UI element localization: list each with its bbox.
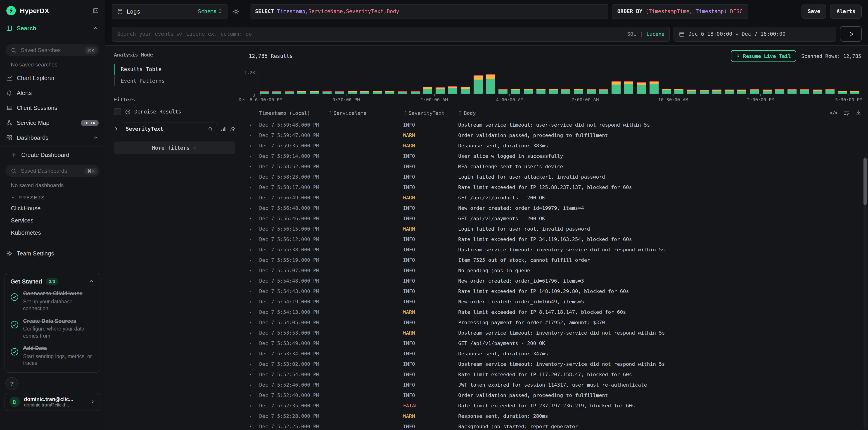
table-row[interactable]: ›Dec 7 5:54:13.000 PMWARNRate limit exce… bbox=[249, 307, 868, 318]
histogram-bar[interactable] bbox=[662, 89, 671, 94]
histogram-bar[interactable] bbox=[675, 89, 684, 94]
collapse-sidebar-icon[interactable] bbox=[93, 7, 99, 13]
table-row[interactable]: ›Dec 7 5:59:35.000 PMWARNResponse sent, … bbox=[249, 141, 868, 151]
row-expand-chevron[interactable]: › bbox=[249, 299, 255, 305]
table-row[interactable]: ›Dec 7 5:55:38.000 PMINFOUpstream servic… bbox=[249, 244, 868, 255]
table-row[interactable]: ›Dec 7 5:54:05.000 PMINFOProcessing paym… bbox=[249, 318, 868, 328]
histogram-bar[interactable] bbox=[473, 75, 483, 94]
download-icon[interactable] bbox=[855, 110, 861, 116]
run-query-button[interactable] bbox=[840, 26, 862, 42]
histogram-bar[interactable] bbox=[486, 74, 495, 94]
row-expand-chevron[interactable]: › bbox=[249, 382, 255, 388]
scrollbar[interactable] bbox=[864, 156, 867, 429]
date-range-picker[interactable]: Dec 6 18:00:00 - Dec 7 18:00:00 bbox=[674, 27, 836, 41]
table-row[interactable]: ›Dec 7 5:55:19.000 PMINFOItem 7525 out o… bbox=[249, 255, 868, 265]
sidebar-item-service-map[interactable]: Service Map BETA bbox=[0, 115, 105, 130]
row-expand-chevron[interactable]: › bbox=[249, 278, 255, 284]
histogram-bar[interactable] bbox=[511, 89, 520, 94]
histogram-bar[interactable] bbox=[498, 89, 507, 94]
histogram-bar[interactable] bbox=[700, 90, 709, 94]
table-row[interactable]: ›Dec 7 5:53:49.000 PMINFOGET /api/v1/pay… bbox=[249, 338, 868, 349]
help-button[interactable]: ? bbox=[5, 377, 19, 390]
create-dashboard-button[interactable]: Create Dashboard bbox=[0, 147, 105, 162]
histogram-bar[interactable] bbox=[586, 89, 595, 94]
schema-select[interactable]: Schema bbox=[198, 8, 222, 14]
histogram-bar[interactable] bbox=[310, 91, 319, 94]
table-row[interactable]: ›Dec 7 5:52:35.000 PMFATALRate limit exc… bbox=[249, 401, 868, 411]
get-started-step[interactable]: Create Data Sources Configure where your… bbox=[10, 318, 95, 339]
histogram-bar[interactable] bbox=[813, 90, 822, 94]
table-row[interactable]: ›Dec 7 5:56:48.000 PMINFONew order creat… bbox=[249, 203, 868, 213]
table-row[interactable]: ›Dec 7 5:59:48.000 PMINFOUpstream servic… bbox=[249, 120, 868, 130]
table-row[interactable]: ›Dec 7 5:53:53.000 PMWARNUpstream servic… bbox=[249, 328, 868, 338]
histogram-bar[interactable] bbox=[800, 89, 809, 94]
table-row[interactable]: ›Dec 7 5:58:52.000 PMINFOMFA challenge s… bbox=[249, 161, 868, 172]
sidebar-item-chart-explorer[interactable]: Chart Explorer bbox=[0, 70, 105, 86]
histogram-bar[interactable] bbox=[461, 87, 470, 94]
histogram-bar[interactable] bbox=[712, 90, 721, 94]
profile-card[interactable]: D dominic.tran@clic... dominic.tran@clic… bbox=[4, 393, 100, 411]
gear-icon[interactable] bbox=[231, 8, 241, 15]
histogram-bar[interactable] bbox=[850, 91, 860, 94]
column-header-severitytext[interactable]: ⠿SeverityText bbox=[403, 110, 458, 116]
saved-dashboards-field[interactable] bbox=[20, 167, 82, 174]
table-row[interactable]: ›Dec 7 5:56:15.000 PMWARNLogin failed fo… bbox=[249, 224, 868, 234]
code-view-icon[interactable]: </> bbox=[830, 110, 838, 115]
histogram-bar[interactable] bbox=[788, 89, 797, 94]
histogram-bar[interactable] bbox=[272, 91, 281, 94]
histogram-bar[interactable] bbox=[335, 91, 344, 94]
histogram-bar[interactable] bbox=[260, 91, 269, 94]
row-expand-chevron[interactable]: › bbox=[249, 361, 255, 367]
row-expand-chevron[interactable]: › bbox=[249, 351, 255, 357]
denoise-checkbox[interactable] bbox=[114, 108, 121, 115]
row-expand-chevron[interactable]: › bbox=[249, 330, 255, 336]
row-expand-chevron[interactable]: › bbox=[249, 122, 255, 128]
table-row[interactable]: ›Dec 7 5:59:14.000 PMINFOUser alice_w lo… bbox=[249, 151, 868, 161]
histogram-bar[interactable] bbox=[637, 82, 646, 94]
column-header-body[interactable]: ⠿Body bbox=[458, 110, 861, 116]
histogram-bar[interactable] bbox=[574, 89, 583, 94]
row-expand-chevron[interactable]: › bbox=[249, 309, 255, 315]
bar-chart-icon[interactable] bbox=[220, 126, 226, 132]
histogram-bar[interactable] bbox=[561, 89, 570, 94]
histogram-bar[interactable] bbox=[360, 91, 369, 94]
row-expand-chevron[interactable]: › bbox=[249, 403, 255, 409]
event-search-input[interactable]: Search your events w/ Lucene ex. column:… bbox=[112, 27, 670, 41]
select-query-input[interactable]: SELECT Timestamp,ServiceName,SeverityTex… bbox=[250, 4, 608, 19]
histogram-bar[interactable] bbox=[536, 89, 545, 94]
drag-handle-icon[interactable]: ⠿ bbox=[328, 111, 331, 116]
sidebar-item-dashboards[interactable]: Dashboards bbox=[0, 130, 105, 145]
table-row[interactable]: ›Dec 7 5:54:43.000 PMINFORate limit exce… bbox=[249, 286, 868, 297]
saved-searches-field[interactable] bbox=[20, 46, 82, 54]
mode-event-patterns[interactable]: Event Patterns bbox=[114, 75, 235, 87]
histogram-bar[interactable] bbox=[373, 91, 382, 94]
chevron-up-icon[interactable] bbox=[93, 25, 99, 31]
saved-dashboards-input[interactable]: ⌘K bbox=[5, 165, 99, 177]
row-expand-chevron[interactable]: › bbox=[249, 340, 255, 346]
histogram-bar[interactable] bbox=[750, 89, 759, 94]
table-row[interactable]: ›Dec 7 5:56:46.000 PMINFOGET /api/v1/pay… bbox=[249, 213, 868, 224]
row-expand-chevron[interactable]: › bbox=[249, 205, 255, 211]
histogram-bar[interactable] bbox=[285, 91, 294, 94]
histogram-bar[interactable] bbox=[398, 91, 407, 94]
table-row[interactable]: ›Dec 7 5:59:47.000 PMWARNOrder validatio… bbox=[249, 130, 868, 141]
histogram-bar[interactable] bbox=[612, 81, 621, 94]
table-row[interactable]: ›Dec 7 5:58:23.000 PMINFOLogin failed fo… bbox=[249, 172, 868, 182]
row-expand-chevron[interactable]: › bbox=[249, 393, 255, 398]
table-row[interactable]: ›Dec 7 5:54:19.000 PMINFONew order creat… bbox=[249, 297, 868, 307]
histogram-bar[interactable] bbox=[436, 87, 445, 94]
histogram-bar[interactable] bbox=[524, 89, 533, 94]
row-expand-chevron[interactable]: › bbox=[249, 257, 255, 263]
row-expand-chevron[interactable]: › bbox=[249, 413, 255, 419]
presets-toggle[interactable]: PRESETS bbox=[0, 191, 105, 202]
histogram-bar[interactable] bbox=[775, 89, 784, 94]
table-row[interactable]: ›Dec 7 5:53:34.000 PMINFOResponse sent, … bbox=[249, 349, 868, 359]
row-expand-chevron[interactable]: › bbox=[249, 185, 255, 190]
lang-sql-toggle[interactable]: SQL bbox=[627, 31, 637, 37]
histogram-bar[interactable] bbox=[549, 89, 558, 94]
column-header-timestamp[interactable]: Timestamp (Local) bbox=[259, 110, 328, 116]
table-row[interactable]: ›Dec 7 5:55:07.000 PMINFONo pending jobs… bbox=[249, 265, 868, 276]
sidebar-item-alerts[interactable]: Alerts bbox=[0, 86, 105, 100]
more-filters-button[interactable]: More filters bbox=[114, 141, 235, 154]
row-expand-chevron[interactable]: › bbox=[249, 226, 255, 232]
